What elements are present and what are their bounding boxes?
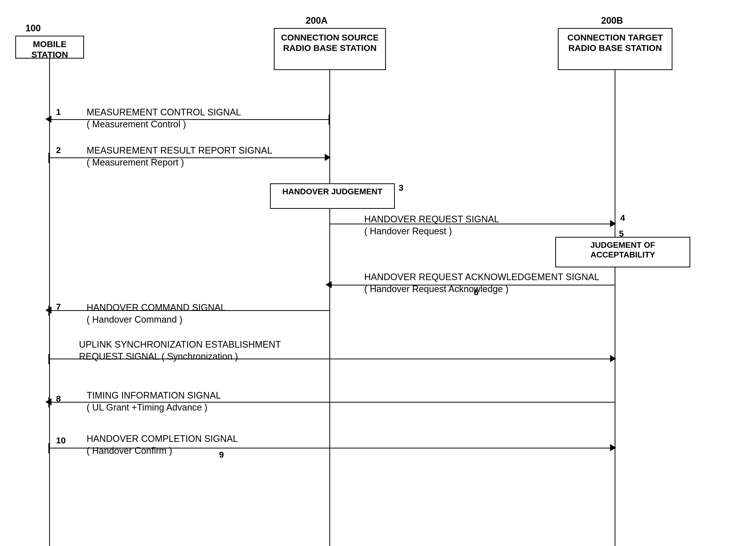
handover-completion-arrowhead <box>610 444 616 451</box>
signal9-num: 9 <box>219 450 224 460</box>
target-lifeline <box>615 70 615 546</box>
signal4-arrowhead <box>610 220 616 227</box>
acceptability-box: JUDGEMENT OFACCEPTABILITY <box>555 237 690 267</box>
handover-judgement-box: HANDOVER JUDGEMENT <box>270 183 395 209</box>
signal1-num: 1 <box>56 107 61 117</box>
ref-mobile: 100 <box>25 23 41 34</box>
sequence-diagram: 100 200A 200B MOBILE STATION CONNECTION … <box>0 0 756 546</box>
signal6-arrowhead <box>326 281 332 288</box>
mobile-lifeline <box>49 59 50 546</box>
handover-completion-tick <box>48 443 49 453</box>
signal6-label: HANDOVER REQUEST ACKNOWLEDGEMENT SIGNAL(… <box>364 271 599 295</box>
signal4-num: 4 <box>620 213 625 223</box>
signal7-num: 7 <box>56 302 61 312</box>
signal7-tick <box>48 306 49 316</box>
target-station-label: CONNECTION TARGETRADIO BASE STATION <box>558 28 672 70</box>
uplink-sync-label: UPLINK SYNCHRONIZATION ESTABLISHMENTREQU… <box>79 339 281 363</box>
timing-info-tick-left <box>48 397 49 407</box>
signal1-arrowhead <box>45 116 51 123</box>
signal2-num: 2 <box>56 145 61 155</box>
source-station-label: CONNECTION SOURCERADIO BASE STATION <box>274 28 386 70</box>
uplink-sync-arrowhead <box>610 355 616 362</box>
signal2-tick <box>48 153 49 163</box>
signal1-tick <box>329 115 329 125</box>
ref-target: 200B <box>601 15 623 26</box>
mobile-station-label: MOBILE STATION <box>15 36 84 59</box>
signal7-label: HANDOVER COMMAND SIGNAL( Handover Comman… <box>87 302 226 326</box>
handover-completion-label: HANDOVER COMPLETION SIGNAL( Handover Con… <box>87 433 238 457</box>
signal2-arrowhead <box>325 154 331 161</box>
signal8-num: 8 <box>56 394 61 404</box>
signal1-label: MEASUREMENT CONTROL SIGNAL( Measurement … <box>87 106 241 130</box>
signal4-label: HANDOVER REQUEST SIGNAL( Handover Reques… <box>364 213 499 237</box>
source-lifeline <box>329 70 330 546</box>
box3-num: 3 <box>399 183 403 193</box>
signal10-num: 10 <box>56 435 66 445</box>
ref-source: 200A <box>306 15 328 26</box>
uplink-sync-tick <box>48 354 49 364</box>
signal2-label: MEASUREMENT RESULT REPORT SIGNAL( Measur… <box>87 145 272 169</box>
timing-info-label: TIMING INFORMATION SIGNAL( UL Grant +Tim… <box>87 390 221 414</box>
